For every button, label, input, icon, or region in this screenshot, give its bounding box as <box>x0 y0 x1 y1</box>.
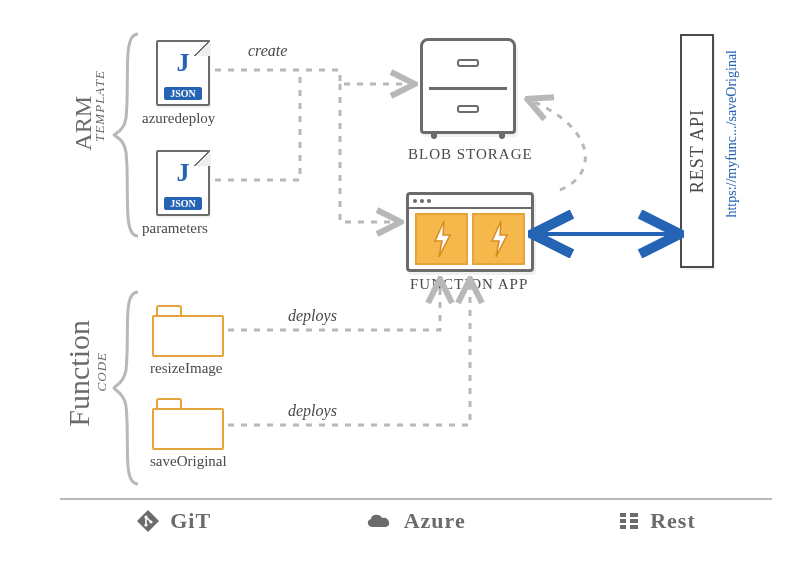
git-icon <box>136 509 160 533</box>
file-parameters-label: parameters <box>142 220 208 237</box>
group-func-title: Function <box>62 320 96 427</box>
footer: GiT Azure Rest <box>60 498 772 554</box>
rest-api-label: REST API <box>687 109 708 193</box>
svg-rect-5 <box>620 525 626 529</box>
svg-rect-4 <box>620 519 626 523</box>
footer-azure-label: Azure <box>404 508 466 534</box>
json-letter: J <box>156 158 210 188</box>
json-ext: JSON <box>164 197 202 210</box>
file-parameters: J JSON <box>156 150 210 216</box>
brace-func <box>108 288 142 488</box>
lightning-icon <box>415 213 468 265</box>
footer-azure: Azure <box>364 508 466 534</box>
blob-storage <box>420 38 516 134</box>
footer-rest-label: Rest <box>650 508 696 534</box>
json-letter: J <box>156 48 210 78</box>
folder-saveoriginal <box>152 398 224 450</box>
lightning-icon <box>472 213 525 265</box>
folder-resizeimage <box>152 305 224 357</box>
footer-git-label: GiT <box>170 508 211 534</box>
edge-deploys1-label: deploys <box>288 307 337 325</box>
footer-rest: Rest <box>618 508 696 534</box>
cloud-icon <box>364 511 394 531</box>
json-ext: JSON <box>164 87 202 100</box>
function-app-label: Function App <box>410 276 528 293</box>
svg-rect-8 <box>630 525 638 529</box>
svg-rect-7 <box>630 519 638 523</box>
folder-resizeimage-label: resizeImage <box>150 360 222 377</box>
edge-deploys2-label: deploys <box>288 402 337 420</box>
brace-arm <box>108 30 142 240</box>
blob-storage-label: Blob Storage <box>408 146 533 163</box>
rest-api-url: https://myfunc.../saveOriginal <box>724 50 740 218</box>
file-azuredeploy-label: azuredeploy <box>142 110 215 127</box>
group-arm-subtitle: Template <box>92 70 108 142</box>
footer-git: GiT <box>136 508 211 534</box>
file-azuredeploy: J JSON <box>156 40 210 106</box>
svg-rect-3 <box>620 513 626 517</box>
folder-saveoriginal-label: saveOriginal <box>150 453 227 470</box>
edge-create-label: create <box>248 42 287 60</box>
function-app <box>406 192 534 272</box>
rest-api-box: REST API <box>680 34 714 268</box>
group-func-subtitle: Code <box>94 352 110 391</box>
svg-rect-6 <box>630 513 638 517</box>
rest-icon <box>618 510 640 532</box>
